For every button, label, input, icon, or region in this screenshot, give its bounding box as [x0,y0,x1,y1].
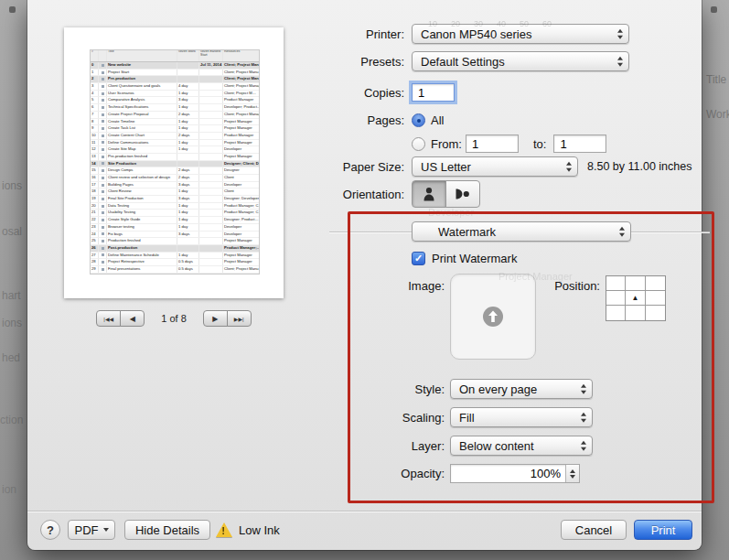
pdf-menu-button[interactable]: PDF [68,520,115,540]
pages-all-label: All [431,113,444,127]
preview-table-row: 6Technical Specifications1 dayDeveloper;… [91,104,259,112]
opacity-stepper[interactable] [565,465,579,482]
help-button[interactable]: ? [40,520,60,540]
pages-to-input[interactable] [553,135,606,153]
position-cell[interactable] [606,276,626,291]
position-cell[interactable] [606,306,626,320]
task-row-icon [102,253,104,256]
preview-table-row: 19Final Site Production3 daysDesigner; D… [91,196,259,203]
preview-column-header: Given Work [177,50,199,61]
mountain-icon: ▲ [632,295,639,302]
last-page-button[interactable]: ▶▶| [227,310,252,327]
paper-size-label: Paper Size: [247,160,404,174]
popup-arrows-icon [581,384,586,394]
layer-label: Layer: [373,439,445,453]
preview-table-row: 21Usability Testing1 dayProduct Manager;… [91,210,259,217]
presets-value: Default Settings [421,55,505,69]
task-row-icon [102,169,104,172]
style-label: Style: [373,382,445,396]
preview-table-row: 16Client review and selection of design2… [91,175,259,182]
pdf-label: PDF [75,523,99,537]
pages-from-label: From: [431,137,462,151]
preview-table-header: #TitleGiven WorkGiven Earliest StartReso… [91,50,259,62]
pages-to-label: to: [533,137,546,151]
printer-popup[interactable]: Canon MP540 series [412,24,629,44]
cancel-button[interactable]: Cancel [561,520,627,540]
preview-table-row: 28Project Retrospective0.5 daysProject M… [91,259,259,266]
pages-label: Pages: [247,113,404,127]
presets-popup[interactable]: Default Settings [412,51,629,71]
preview-task-table: #TitleGiven WorkGiven Earliest StartReso… [90,49,260,275]
task-row-icon [102,162,104,165]
task-row-icon [102,240,104,242]
paper-size-value: US Letter [421,160,471,174]
task-row-icon [102,190,104,193]
position-cell[interactable] [606,291,626,306]
position-cell[interactable] [646,276,665,291]
chevron-down-icon [103,528,109,532]
position-cell[interactable] [626,276,645,291]
hide-details-button[interactable]: Hide Details [124,520,210,540]
position-cell[interactable] [626,306,645,320]
background-text-fragment: hart [2,289,21,302]
copies-input[interactable] [412,83,455,102]
preview-column-header: Title [107,50,177,61]
preview-table-row: 13Pre-production finishedProject Manager [91,154,259,161]
task-row-icon [102,92,104,95]
first-page-button[interactable]: |◀◀ [96,310,121,327]
scaling-popup[interactable]: Fill [450,407,593,427]
dimmed-background-left: ionsosalhartionshedctionion [0,0,27,560]
preview-table-row: 3Client Questionnaire and goals4 dayClie… [91,83,259,91]
preview-table-row: 7Create Project Proposal2 daysClient; Pr… [91,112,259,119]
task-row-icon [102,219,104,221]
preview-table-row: 0New websiteJul 11, 2014Client; Project … [91,62,259,70]
task-row-icon [102,120,104,123]
pages-from-input[interactable] [466,135,519,153]
preview-table-row: 1Project StartClient; Project Manu… [91,70,259,77]
preview-table-row: 12Create Site Map1 dayDeveloper [91,146,259,154]
task-row-icon [102,156,104,158]
pages-from-radio[interactable] [412,137,425,151]
popup-arrows-icon [566,162,572,172]
preview-table-row: 18Client Review1 dayClient [91,188,259,196]
paper-size-popup[interactable]: US Letter [412,156,578,177]
position-cell-selected[interactable]: ▲ [626,291,645,306]
task-row-icon [102,71,104,74]
orientation-portrait-button[interactable] [412,180,446,208]
background-text-fragment: Title [706,73,726,86]
preview-table-row: 10Create Content Chart2 daysProduct Mana… [91,133,259,140]
background-text-fragment: ction [0,414,23,426]
previous-page-button[interactable]: ◀ [120,310,145,327]
opacity-value: 100% [451,467,565,480]
task-row-icon [102,113,104,116]
position-cell[interactable] [646,291,665,306]
task-row-icon [102,268,104,271]
next-page-button[interactable]: ▶ [203,310,228,327]
presets-label: Presets: [247,55,404,69]
opacity-field[interactable]: 100% [450,464,580,483]
layer-popup[interactable]: Below content [450,436,593,456]
print-watermark-checkbox[interactable]: ✓ [412,252,425,265]
pane-section-popup[interactable]: Watermark [412,221,631,242]
print-button[interactable]: Print [634,520,692,540]
preview-pagination: |◀◀ ◀ 1 of 8 ▶ ▶▶| [64,310,284,327]
image-label: Image: [366,279,445,293]
forward-buttons-group: ▶ ▶▶| [203,310,252,327]
watermark-position-grid: ▲ [606,275,666,321]
preview-table-row: 5Comparative Analysis3 dayProduct Manage… [91,97,259,104]
back-buttons-group: |◀◀ ◀ [96,310,145,327]
background-text-fragment: ions [2,179,22,192]
task-row-icon [102,177,104,179]
task-row-icon [102,211,104,214]
pages-all-radio[interactable] [412,113,425,127]
preview-table-row: 9Create Task List1 dayProject Manager [91,125,259,133]
task-row-icon [102,85,104,88]
orientation-landscape-button[interactable] [445,180,480,208]
position-cell[interactable] [646,306,665,320]
popup-arrows-icon [581,441,586,451]
opacity-label: Opacity: [373,467,445,480]
style-popup[interactable]: On every page [450,379,593,399]
printer-label: Printer: [247,27,404,41]
task-row-icon [102,135,104,137]
task-row-icon [102,99,104,102]
